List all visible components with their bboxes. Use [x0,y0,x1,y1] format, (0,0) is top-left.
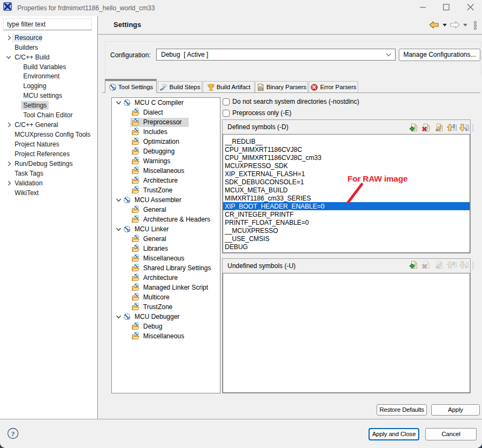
svg-text:?: ? [11,430,15,438]
svg-text:010: 010 [259,88,263,90]
